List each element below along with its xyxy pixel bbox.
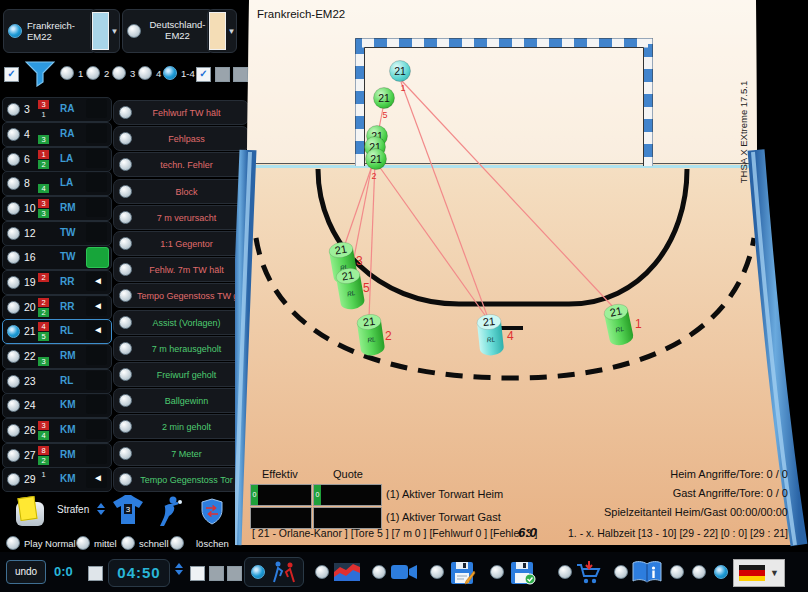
action-block[interactable]: Block	[113, 179, 249, 204]
filter-checkbox[interactable]: ✓	[4, 67, 19, 82]
toolbar-checkbox-2[interactable]	[209, 566, 224, 581]
video-camera-icon[interactable]	[391, 564, 417, 580]
save-confirm-icon[interactable]	[510, 561, 536, 585]
save-confirm-radio[interactable]	[490, 565, 504, 579]
player-row-19[interactable]: 192RR◄	[2, 270, 112, 295]
action-ballgewinn[interactable]: Ballgewinn	[113, 388, 249, 413]
player-row-12[interactable]: 12TW	[2, 221, 112, 246]
field-marker-5-count: 5	[363, 281, 370, 295]
player-row-20[interactable]: 2022RR◄	[2, 295, 112, 320]
option-radio-3[interactable]	[714, 565, 728, 579]
filter-radio-1-4[interactable]: 1-4	[163, 66, 195, 80]
toolbar-checkbox-3[interactable]	[227, 566, 242, 581]
svg-text:21: 21	[609, 304, 623, 318]
marker-triangle-icon: ◄	[93, 324, 103, 335]
players-duel-icon	[271, 561, 297, 583]
player-row-26[interactable]: 2634KM	[2, 418, 112, 443]
action-tempo-gegenstoss-tw[interactable]: Tempo Gegenstoss TW geh.	[113, 283, 249, 308]
language-selector[interactable]: ▼	[733, 559, 785, 587]
chevron-down-icon: ▼	[770, 568, 779, 578]
player-row-21[interactable]: 2145RL◄	[2, 319, 112, 344]
filter-radio-2[interactable]: 2	[86, 66, 109, 80]
action-1-1-gegentor[interactable]: 1:1 Gegentor	[113, 231, 249, 256]
playback-schnell[interactable]: schnell	[121, 536, 169, 550]
player-row-29[interactable]: 291KM◄	[2, 467, 112, 492]
playback-mittel[interactable]: mittel	[76, 536, 117, 550]
action-7-meter[interactable]: 7 Meter	[113, 441, 249, 466]
jersey-icon[interactable]: 3	[112, 495, 144, 525]
toolbar-checkbox-1[interactable]	[190, 566, 205, 581]
action-2min-geholt[interactable]: 2 min geholt	[113, 414, 249, 439]
team-home-label: Frankreich-EM22	[27, 20, 92, 42]
action-assist[interactable]: Assist (Vorlagen)	[113, 310, 249, 335]
team-guest-color-swatch	[209, 12, 226, 50]
video-radio[interactable]	[372, 565, 386, 579]
manual-book-icon[interactable]	[632, 561, 662, 583]
action-fehlw-7m-tw-haelt[interactable]: Fehlw. 7m TW hält	[113, 257, 249, 282]
timer-spinner[interactable]	[175, 563, 183, 575]
field-marker-1-count: 1	[635, 317, 642, 331]
player-row-22[interactable]: 223RM	[2, 344, 112, 369]
area-chart-icon[interactable]	[334, 563, 360, 581]
duel-view-toggle[interactable]	[244, 557, 304, 587]
filter-radio-3[interactable]: 3	[112, 66, 135, 80]
manual-radio[interactable]	[614, 565, 628, 579]
action-7m-herausgeholt[interactable]: 7 m herausgeholt	[113, 336, 249, 361]
team-home-selector[interactable]: Frankreich-EM22	[3, 9, 97, 53]
team-home-radio[interactable]	[8, 24, 22, 38]
action-fehlpass[interactable]: Fehlpass	[113, 126, 249, 151]
halbzeit-line: 1. - x. Halbzeit [13 - 10] [29 - 22] [0 …	[555, 527, 788, 539]
cart-radio[interactable]	[558, 565, 572, 579]
player-row-16[interactable]: 16TW	[2, 245, 112, 270]
player-row-8[interactable]: 84LA	[2, 171, 112, 196]
playback-loeschen[interactable]: löschen	[170, 536, 229, 550]
german-flag-icon	[739, 565, 765, 581]
field-marker-2-count: 2	[385, 329, 392, 343]
shield-swap-icon[interactable]	[200, 498, 224, 525]
team-guest-color-button[interactable]: ▼	[207, 9, 237, 53]
action-fehlwurf-tw-haelt[interactable]: Fehlwurf TW hält	[113, 100, 249, 125]
strafen-spinner[interactable]	[97, 503, 105, 515]
save-edit-icon[interactable]	[450, 561, 476, 585]
player-row-4[interactable]: 43RA	[2, 122, 112, 147]
handball-player-icon[interactable]	[152, 494, 184, 528]
player-row-6[interactable]: 612LA	[2, 147, 112, 172]
player-row-27[interactable]: 2782RM	[2, 443, 112, 468]
filter-checkbox-3[interactable]	[215, 67, 230, 82]
player-row-3[interactable]: 331RA	[2, 97, 112, 122]
player-row-24[interactable]: 24KM	[2, 393, 112, 418]
timer-checkbox[interactable]	[88, 566, 103, 581]
action-7m-verursacht[interactable]: 7 m verursacht	[113, 205, 249, 230]
field-marker-4[interactable]: 21 RL	[476, 313, 504, 356]
svg-text:21: 21	[334, 243, 348, 257]
svg-text:21: 21	[370, 153, 382, 165]
action-tempo-gegenstoss-tor[interactable]: Tempo Gegenstoss Tor	[113, 467, 249, 492]
stat-bar-heim-effektiv: 0	[250, 484, 312, 506]
filter-funnel-icon[interactable]	[25, 61, 55, 87]
action-techn-fehler[interactable]: techn. Fehler	[113, 152, 249, 177]
team-guest-radio[interactable]	[127, 24, 141, 38]
option-radio-1[interactable]	[670, 565, 684, 579]
filter-radio-4[interactable]: 4	[138, 66, 161, 80]
game-timer[interactable]: 04:50	[108, 559, 170, 587]
svg-text:21: 21	[394, 65, 406, 77]
filter-checkbox-2[interactable]: ✓	[196, 67, 211, 82]
marker-triangle-icon: ◄	[93, 472, 103, 483]
yellow-card-icon[interactable]	[16, 502, 44, 526]
team-guest-selector[interactable]: Deutschland-EM22	[122, 9, 214, 53]
svg-text:RL: RL	[367, 335, 377, 343]
svg-text:RL: RL	[346, 289, 356, 297]
filter-radio-1[interactable]: 1	[60, 66, 83, 80]
cart-download-icon[interactable]	[576, 561, 602, 585]
chart-view-radio[interactable]	[315, 565, 329, 579]
option-radio-2[interactable]	[692, 565, 706, 579]
team-home-color-button[interactable]: ▼	[90, 9, 120, 53]
stat-label-heim: (1) Aktiver Torwart Heim	[386, 488, 503, 500]
save-edit-radio[interactable]	[430, 565, 444, 579]
player-row-10[interactable]: 1033RM	[2, 196, 112, 221]
chevron-down-icon: ▼	[111, 27, 119, 36]
action-freiwurf-geholt[interactable]: Freiwurf geholt	[113, 362, 249, 387]
player-row-23[interactable]: 23RL	[2, 369, 112, 394]
undo-button[interactable]: undo	[6, 560, 46, 584]
playback-play-normal[interactable]: Play Normal	[6, 536, 76, 550]
